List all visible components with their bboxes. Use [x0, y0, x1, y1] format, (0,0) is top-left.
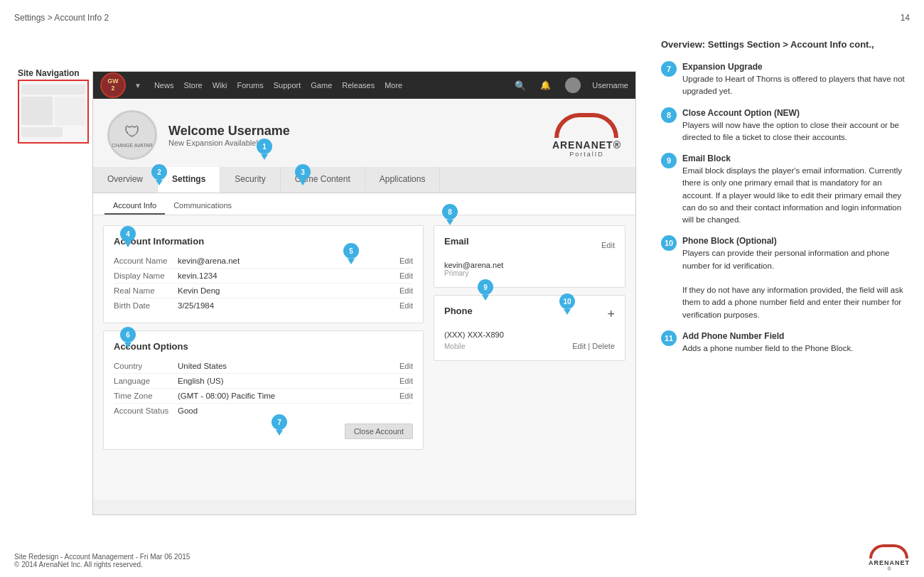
annotation-7: 7 Expansion Upgrade Upgrade to Heart of … — [661, 60, 913, 98]
arenanet-sub: PortalID — [552, 151, 621, 158]
footer-arenanet-registered: ® — [869, 566, 910, 571]
nav-username: Username — [592, 81, 628, 90]
phone-type: Mobile — [444, 343, 465, 350]
account-options-title: Account Options — [114, 341, 413, 352]
phone-actions: Edit | Delete — [572, 342, 615, 350]
tab-applications[interactable]: Applications — [365, 167, 441, 193]
close-account-button[interactable]: Close Account — [345, 424, 413, 439]
shield-icon: 🛡 — [124, 123, 140, 141]
field-value: (GMT - 08:00) Pacific Time — [178, 392, 399, 400]
nav-link-more[interactable]: More — [385, 81, 402, 90]
tab-game-content[interactable]: Game Content — [281, 167, 365, 193]
annotations-panel: 7 Expansion Upgrade Upgrade to Heart of … — [661, 60, 913, 363]
field-edit-link[interactable]: Edit — [399, 301, 413, 310]
phone-add-button[interactable]: + — [607, 307, 615, 322]
field-value: English (US) — [178, 377, 399, 385]
table-row: Time Zone (GMT - 08:00) Pacific Time Edi… — [114, 389, 413, 404]
table-row: Account Name kevin@arena.net Edit — [114, 254, 413, 269]
field-label: Account Status — [114, 406, 178, 415]
field-edit-link[interactable]: Edit — [399, 257, 413, 265]
field-value: Good — [178, 406, 413, 415]
profile-area: 🛡 CHANGE AVATAR Welcome Username New Exp… — [93, 99, 635, 167]
nav-link-wiki[interactable]: Wiki — [213, 81, 227, 90]
annotation-10: 10 Phone Block (Optional) Players can pr… — [661, 234, 913, 321]
field-value: kevin@arena.net — [178, 257, 399, 265]
nav-link-store[interactable]: Store — [183, 81, 202, 90]
field-edit-link[interactable]: Edit — [399, 377, 413, 385]
phone-block: Phone + (XXX) XXX-X890 Mobile Edit | Del… — [434, 295, 625, 361]
nav-link-support[interactable]: Support — [274, 81, 301, 90]
account-info-title: Account Information — [114, 236, 413, 247]
email-block: Email Edit kevin@arena.net Primary — [434, 225, 625, 288]
annotation-content-10: Phone Block (Optional) Players can provi… — [682, 234, 913, 321]
profile-info: Welcome Username New Expansion Available… — [168, 124, 290, 147]
table-row: Display Name kevin.1234 Edit — [114, 269, 413, 284]
field-edit-link[interactable]: Edit — [399, 362, 413, 370]
left-panel: Account Information Account Name kevin@a… — [103, 225, 424, 490]
phone-number: (XXX) XXX-X890 — [444, 330, 504, 339]
field-edit-link[interactable]: Edit — [399, 286, 413, 295]
footer-line1: Site Redesign - Account Management - Fri… — [14, 553, 190, 561]
nav-link-news[interactable]: News — [154, 81, 174, 90]
annotation-8: 8 Close Account Option (NEW) Players wil… — [661, 107, 913, 144]
tab-overview[interactable]: Overview — [93, 167, 158, 193]
annotation-body-10: Players can provide their personal infor… — [682, 249, 903, 318]
page-number: 14 — [901, 13, 910, 23]
main-content: Account Information Account Name kevin@a… — [93, 215, 635, 500]
nav-link-releases[interactable]: Releases — [342, 81, 375, 90]
field-label: Country — [114, 362, 178, 370]
phone-delete-link[interactable]: Delete — [592, 342, 615, 350]
email-block-title: Email — [444, 236, 469, 247]
sub-tab-communications[interactable]: Communications — [165, 198, 240, 215]
annotation-num-9: 9 — [661, 153, 677, 168]
annotation-num-8: 8 — [661, 107, 677, 123]
email-edit-link[interactable]: Edit — [601, 241, 615, 249]
nav-avatar — [565, 77, 581, 93]
field-label: Account Name — [114, 257, 178, 265]
field-edit-link[interactable]: Edit — [399, 392, 413, 400]
footer-arenanet-logo: ARENANET ® — [869, 544, 910, 571]
annotation-content-7: Expansion Upgrade Upgrade to Heart of Th… — [682, 60, 913, 98]
avatar-circle[interactable]: 🛡 CHANGE AVATAR — [107, 110, 157, 160]
annotation-heading-7: Expansion Upgrade — [682, 60, 913, 73]
search-icon[interactable]: 🔍 — [515, 80, 526, 91]
annotation-body-11: Adds a phone number field to the Phone B… — [682, 344, 853, 352]
table-row: Country United States Edit — [114, 359, 413, 374]
phone-edit-link[interactable]: Edit — [572, 342, 586, 350]
field-label: Display Name — [114, 271, 178, 280]
annotation-num-10: 10 — [661, 235, 677, 251]
account-options-block: Account Options Country United States Ed… — [103, 330, 424, 450]
annotation-content-9: Email Block Email block displays the pla… — [682, 152, 913, 226]
bell-icon[interactable]: 🔔 — [540, 80, 551, 90]
nav-link-game[interactable]: Game — [311, 81, 332, 90]
footer-arenanet-name: ARENANET — [869, 559, 910, 566]
nav-dropdown-icon[interactable]: ▼ — [134, 82, 141, 90]
overview-title: Overview: Settings Section > Account Inf… — [661, 39, 910, 50]
nav-link-forums[interactable]: Forums — [237, 81, 264, 90]
annotation-9: 9 Email Block Email block displays the p… — [661, 152, 913, 226]
sub-tab-account-info[interactable]: Account Info — [104, 198, 165, 215]
annotation-body-7: Upgrade to Heart of Thorns is offered to… — [682, 75, 905, 95]
page-footer: Site Redesign - Account Management - Fri… — [14, 553, 190, 568]
annotation-content-11: Add Phone Number Field Adds a phone numb… — [682, 330, 853, 355]
nav-links: NewsStoreWikiForumsSupportGameReleasesMo… — [154, 81, 402, 90]
nav-logo: GW2 — [100, 72, 126, 98]
field-label: Birth Date — [114, 301, 178, 310]
arenanet-logo: ARENANET® PortalID — [552, 113, 621, 158]
tab-settings[interactable]: Settings — [158, 167, 220, 193]
annotation-body-8: Players will now have the option to clos… — [682, 121, 899, 141]
thumbnail-box — [18, 80, 89, 144]
annotation-num-7: 7 — [661, 61, 677, 77]
field-label: Language — [114, 377, 178, 385]
site-nav-label: Site Navigation — [18, 68, 80, 78]
field-edit-link[interactable]: Edit — [399, 271, 413, 280]
profile-name: Welcome Username — [168, 124, 290, 139]
annotation-body-9: Email block displays the player's email … — [682, 166, 902, 224]
tab-security[interactable]: Security — [220, 167, 280, 193]
field-label: Time Zone — [114, 392, 178, 400]
phone-block-title: Phone — [444, 306, 473, 316]
arenanet-name: ARENANET® — [552, 139, 621, 151]
annotation-heading-9: Email Block — [682, 152, 913, 165]
email-value: kevin@arena.net — [444, 261, 615, 269]
field-label: Real Name — [114, 286, 178, 295]
